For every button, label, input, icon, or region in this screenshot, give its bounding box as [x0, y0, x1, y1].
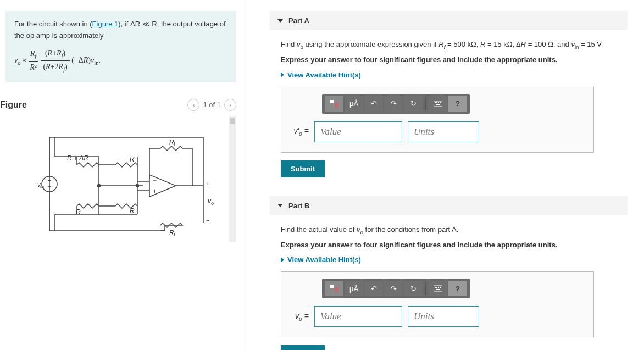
figure-link[interactable]: Figure 1 — [92, 20, 119, 28]
figure-pager: ‹ 1 of 1 › — [187, 99, 236, 111]
part-a-header[interactable]: Part A — [270, 11, 628, 30]
undo-icon[interactable]: ↶ — [364, 96, 383, 112]
svg-text:−: − — [153, 176, 157, 184]
svg-text:R + ΔR: R + ΔR — [67, 154, 88, 162]
svg-text:f: f — [174, 232, 175, 236]
pager-prev[interactable]: ‹ — [187, 99, 199, 111]
keyboard-icon[interactable] — [429, 281, 447, 296]
part-a-value-input[interactable] — [314, 121, 402, 142]
svg-rect-34 — [438, 287, 439, 288]
part-a-instruction: Express your answer to four significant … — [281, 54, 628, 65]
pager-label: 1 of 1 — [203, 101, 221, 109]
part-a-hints[interactable]: View Available Hint(s) — [281, 71, 628, 79]
figure-frame: + − v in R + ΔR R — [5, 116, 236, 242]
svg-rect-26 — [438, 102, 439, 103]
caret-right-icon — [281, 72, 284, 77]
reset-icon[interactable]: ↻ — [404, 281, 423, 296]
svg-text:o: o — [211, 201, 214, 206]
svg-rect-22 — [335, 103, 338, 108]
redo-icon[interactable]: ↷ — [384, 281, 403, 296]
reset-icon[interactable]: ↻ — [404, 96, 423, 112]
svg-rect-23 — [434, 101, 442, 107]
svg-text:+: + — [153, 187, 157, 195]
part-b-submit-button[interactable]: Submit — [281, 345, 325, 350]
part-b-units-input[interactable] — [408, 306, 479, 327]
part-b-header[interactable]: Part B — [270, 196, 628, 215]
circuit-diagram: + − v in R + ΔR R — [22, 126, 220, 236]
units-tool[interactable]: μÅ — [345, 96, 363, 112]
part-a-body: Find vo using the approximate expression… — [270, 39, 628, 183]
part-b-hints[interactable]: View Available Hint(s) — [281, 255, 628, 264]
right-panel: Part A Find vo using the approximate exp… — [242, 0, 644, 350]
svg-text:f: f — [174, 142, 175, 147]
svg-text:R: R — [130, 207, 135, 215]
svg-text:−: − — [48, 183, 51, 190]
pager-next[interactable]: › — [224, 99, 236, 111]
part-a-prompt: Find vo using the approximate expression… — [281, 39, 628, 51]
template-tool-icon[interactable] — [325, 281, 343, 296]
part-a-title: Part A — [288, 16, 309, 25]
svg-rect-29 — [330, 285, 334, 288]
svg-rect-24 — [435, 102, 436, 103]
part-a-units-input[interactable] — [408, 121, 479, 142]
part-b-toolbar: μÅ ↶ ↷ ↻ ? — [322, 279, 470, 298]
part-a-submit-button[interactable]: Submit — [281, 160, 325, 177]
figure-title: Figure — [0, 100, 27, 110]
svg-text:R: R — [130, 155, 135, 163]
part-b-prompt: Find the actual value of vo for the cond… — [281, 224, 628, 236]
units-tool[interactable]: μÅ — [345, 281, 363, 296]
part-b-instruction: Express your answer to four significant … — [281, 240, 628, 251]
keyboard-icon[interactable] — [429, 96, 447, 112]
part-b-title: Part B — [288, 202, 309, 210]
svg-rect-27 — [440, 102, 441, 103]
svg-rect-31 — [434, 286, 442, 291]
svg-text:+: + — [206, 180, 209, 187]
part-b-value-input[interactable] — [314, 306, 402, 327]
part-a-var-label: v'o = — [289, 126, 309, 137]
caret-right-icon — [281, 257, 284, 263]
svg-text:−: − — [206, 217, 209, 224]
figure-scrollbar[interactable] — [229, 116, 236, 242]
help-icon[interactable]: ? — [448, 96, 467, 112]
part-a-toolbar: μÅ ↶ ↷ ↻ ? — [322, 94, 470, 114]
svg-rect-21 — [330, 100, 334, 103]
undo-icon[interactable]: ↶ — [364, 281, 383, 296]
redo-icon[interactable]: ↷ — [384, 96, 403, 112]
caret-down-icon — [277, 19, 283, 23]
part-b-body: Find the actual value of vo for the cond… — [270, 224, 628, 350]
problem-statement: For the circuit shown in (Figure 1), if … — [5, 11, 236, 82]
help-icon[interactable]: ? — [448, 281, 467, 296]
part-b-var-label: vo = — [289, 312, 309, 322]
part-a-answer-box: μÅ ↶ ↷ ↻ ? v'o = — [281, 87, 594, 153]
svg-text:in: in — [40, 184, 44, 190]
svg-rect-36 — [436, 289, 440, 290]
caret-down-icon — [277, 204, 283, 207]
svg-rect-28 — [436, 104, 440, 105]
part-b-answer-box: μÅ ↶ ↷ ↻ ? vo = — [281, 271, 594, 337]
svg-rect-35 — [440, 287, 441, 288]
svg-rect-32 — [435, 287, 436, 288]
problem-intro-pre: For the circuit shown in ( — [14, 20, 92, 28]
template-tool-icon[interactable] — [325, 96, 343, 112]
left-panel: For the circuit shown in (Figure 1), if … — [0, 0, 242, 350]
svg-rect-25 — [436, 102, 437, 103]
svg-text:R: R — [76, 208, 81, 216]
svg-rect-30 — [335, 287, 338, 292]
svg-rect-33 — [436, 287, 437, 288]
